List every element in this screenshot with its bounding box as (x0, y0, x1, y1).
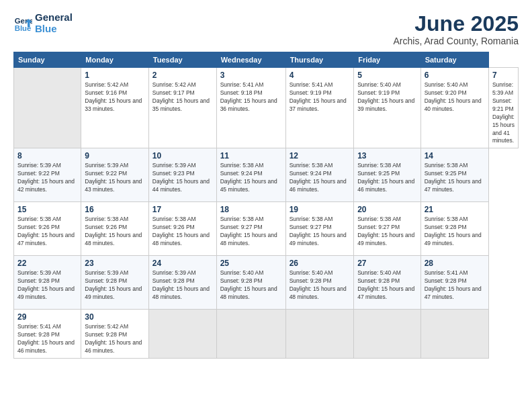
header: General Blue General Blue June 2025 Arch… (13, 12, 519, 46)
day-info: Sunrise: 5:40 AM Sunset: 9:28 PM Dayligh… (290, 269, 351, 302)
table-row: 13 Sunrise: 5:38 AM Sunset: 9:25 PM Dayl… (354, 148, 420, 202)
header-thursday: Thursday (285, 52, 354, 68)
header-friday: Friday (354, 52, 420, 68)
day-number: 1 (85, 71, 145, 80)
day-number: 28 (425, 259, 485, 268)
day-number: 27 (357, 259, 416, 268)
day-number: 12 (290, 151, 351, 161)
week-row-1: 1 Sunrise: 5:42 AM Sunset: 9:16 PM Dayli… (14, 68, 519, 148)
table-row: 17 Sunrise: 5:38 AM Sunset: 9:26 PM Dayl… (148, 202, 216, 256)
logo-general: General (35, 12, 73, 24)
week-row-3: 15 Sunrise: 5:38 AM Sunset: 9:26 PM Dayl… (14, 202, 519, 256)
day-info: Sunrise: 5:42 AM Sunset: 9:28 PM Dayligh… (85, 323, 145, 355)
day-info: Sunrise: 5:38 AM Sunset: 9:25 PM Dayligh… (425, 162, 485, 194)
day-info: Sunrise: 5:39 AM Sunset: 9:28 PM Dayligh… (85, 269, 145, 302)
day-info: Sunrise: 5:39 AM Sunset: 9:23 PM Dayligh… (152, 162, 213, 194)
header-sunday: Sunday (14, 52, 81, 68)
table-row: 24 Sunrise: 5:39 AM Sunset: 9:28 PM Dayl… (148, 256, 216, 310)
day-number: 15 (17, 205, 77, 214)
table-row: 20 Sunrise: 5:38 AM Sunset: 9:27 PM Dayl… (354, 202, 420, 256)
table-row: 6 Sunrise: 5:40 AM Sunset: 9:20 PM Dayli… (420, 68, 488, 148)
table-row: 9 Sunrise: 5:39 AM Sunset: 9:22 PM Dayli… (81, 148, 149, 202)
day-info: Sunrise: 5:38 AM Sunset: 9:26 PM Dayligh… (152, 216, 213, 248)
day-info: Sunrise: 5:38 AM Sunset: 9:26 PM Dayligh… (17, 216, 77, 248)
empty-cell (420, 310, 488, 359)
day-number: 8 (17, 151, 77, 161)
day-info: Sunrise: 5:39 AM Sunset: 9:21 PM Dayligh… (492, 81, 515, 145)
week-row-2: 8 Sunrise: 5:39 AM Sunset: 9:22 PM Dayli… (14, 148, 519, 202)
day-number: 25 (220, 259, 282, 268)
day-number: 23 (85, 259, 145, 268)
table-row: 25 Sunrise: 5:40 AM Sunset: 9:28 PM Dayl… (216, 256, 285, 310)
week-row-5: 29 Sunrise: 5:41 AM Sunset: 9:28 PM Dayl… (14, 310, 519, 359)
day-number: 20 (357, 205, 416, 214)
day-info: Sunrise: 5:41 AM Sunset: 9:19 PM Dayligh… (290, 81, 351, 113)
table-row: 18 Sunrise: 5:38 AM Sunset: 9:27 PM Dayl… (216, 202, 285, 256)
day-number: 2 (152, 71, 213, 80)
empty-cell (148, 310, 216, 359)
table-row: 10 Sunrise: 5:39 AM Sunset: 9:23 PM Dayl… (148, 148, 216, 202)
day-number: 18 (220, 205, 282, 214)
day-info: Sunrise: 5:39 AM Sunset: 9:28 PM Dayligh… (152, 269, 213, 302)
table-row: 14 Sunrise: 5:38 AM Sunset: 9:25 PM Dayl… (420, 148, 488, 202)
day-info: Sunrise: 5:39 AM Sunset: 9:22 PM Dayligh… (85, 162, 145, 194)
table-row: 4 Sunrise: 5:41 AM Sunset: 9:19 PM Dayli… (285, 68, 354, 148)
day-number: 30 (85, 312, 145, 322)
calendar-table: Sunday Monday Tuesday Wednesday Thursday… (13, 52, 519, 359)
empty-cell (354, 310, 420, 359)
day-info: Sunrise: 5:38 AM Sunset: 9:26 PM Dayligh… (85, 216, 145, 248)
table-row: 12 Sunrise: 5:38 AM Sunset: 9:24 PM Dayl… (285, 148, 354, 202)
day-number: 4 (290, 71, 351, 80)
table-row: 11 Sunrise: 5:38 AM Sunset: 9:24 PM Dayl… (216, 148, 285, 202)
table-row: 23 Sunrise: 5:39 AM Sunset: 9:28 PM Dayl… (81, 256, 149, 310)
day-info: Sunrise: 5:42 AM Sunset: 9:17 PM Dayligh… (152, 81, 213, 113)
day-info: Sunrise: 5:41 AM Sunset: 9:18 PM Dayligh… (220, 81, 282, 113)
day-number: 21 (425, 205, 485, 214)
day-info: Sunrise: 5:41 AM Sunset: 9:28 PM Dayligh… (425, 269, 485, 302)
header-tuesday: Tuesday (148, 52, 216, 68)
day-number: 17 (152, 205, 213, 214)
subtitle: Archis, Arad County, Romania (394, 36, 519, 46)
empty-cell (14, 68, 81, 148)
day-number: 9 (85, 151, 145, 161)
day-info: Sunrise: 5:38 AM Sunset: 9:28 PM Dayligh… (425, 216, 485, 248)
day-number: 19 (290, 205, 351, 214)
day-number: 11 (220, 151, 282, 161)
day-number: 5 (357, 71, 416, 80)
table-row: 26 Sunrise: 5:40 AM Sunset: 9:28 PM Dayl… (285, 256, 354, 310)
day-info: Sunrise: 5:41 AM Sunset: 9:28 PM Dayligh… (17, 323, 77, 355)
logo-blue: Blue (35, 24, 73, 35)
day-info: Sunrise: 5:38 AM Sunset: 9:27 PM Dayligh… (220, 216, 282, 248)
calendar-page: General Blue General Blue June 2025 Arch… (0, 0, 532, 411)
week-row-4: 22 Sunrise: 5:39 AM Sunset: 9:28 PM Dayl… (14, 256, 519, 310)
table-row: 7 Sunrise: 5:39 AM Sunset: 9:21 PM Dayli… (488, 68, 518, 148)
table-row: 3 Sunrise: 5:41 AM Sunset: 9:18 PM Dayli… (216, 68, 285, 148)
table-row: 22 Sunrise: 5:39 AM Sunset: 9:28 PM Dayl… (14, 256, 81, 310)
day-number: 26 (290, 259, 351, 268)
day-number: 3 (220, 71, 282, 80)
table-row: 1 Sunrise: 5:42 AM Sunset: 9:16 PM Dayli… (81, 68, 149, 148)
empty-cell (285, 310, 354, 359)
day-info: Sunrise: 5:42 AM Sunset: 9:16 PM Dayligh… (85, 81, 145, 113)
day-info: Sunrise: 5:38 AM Sunset: 9:27 PM Dayligh… (290, 216, 351, 248)
day-info: Sunrise: 5:38 AM Sunset: 9:24 PM Dayligh… (290, 162, 351, 194)
table-row: 16 Sunrise: 5:38 AM Sunset: 9:26 PM Dayl… (81, 202, 149, 256)
day-info: Sunrise: 5:39 AM Sunset: 9:28 PM Dayligh… (17, 269, 77, 302)
header-saturday: Saturday (420, 52, 488, 68)
day-number: 24 (152, 259, 213, 268)
day-info: Sunrise: 5:38 AM Sunset: 9:24 PM Dayligh… (220, 162, 282, 194)
empty-cell (216, 310, 285, 359)
month-title: June 2025 (394, 12, 519, 36)
table-row: 29 Sunrise: 5:41 AM Sunset: 9:28 PM Dayl… (14, 310, 81, 359)
table-row: 15 Sunrise: 5:38 AM Sunset: 9:26 PM Dayl… (14, 202, 81, 256)
day-info: Sunrise: 5:38 AM Sunset: 9:27 PM Dayligh… (357, 216, 416, 248)
day-number: 13 (357, 151, 416, 161)
logo: General Blue General Blue (13, 12, 73, 34)
table-row: 30 Sunrise: 5:42 AM Sunset: 9:28 PM Dayl… (81, 310, 149, 359)
day-number: 10 (152, 151, 213, 161)
day-info: Sunrise: 5:40 AM Sunset: 9:28 PM Dayligh… (357, 269, 416, 302)
header-monday: Monday (81, 52, 149, 68)
day-number: 29 (17, 312, 77, 322)
day-number: 16 (85, 205, 145, 214)
table-row: 27 Sunrise: 5:40 AM Sunset: 9:28 PM Dayl… (354, 256, 420, 310)
